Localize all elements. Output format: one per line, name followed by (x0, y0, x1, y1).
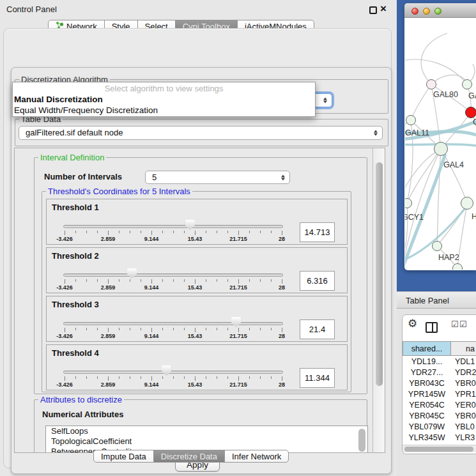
threshold-value-field[interactable]: 21.4 (300, 319, 335, 339)
network-node-h[interactable] (461, 197, 473, 210)
horizontal-scrollbar-thumb[interactable] (404, 447, 473, 452)
slider-tick (97, 328, 98, 330)
slider-tick (108, 376, 109, 381)
slider-track[interactable] (63, 322, 283, 325)
numerical-attributes-list[interactable]: SelfLoopsTopologicalCoefficientBetweenne… (45, 426, 368, 453)
slider-tick-label: 21.715 (224, 333, 252, 339)
slider-tick (260, 376, 261, 379)
slider-tick (119, 328, 119, 330)
network-node-gal11[interactable] (406, 116, 416, 125)
network-node-gal4[interactable] (434, 142, 448, 156)
num-intervals-spinner[interactable]: 5 (145, 171, 290, 184)
network-node-label: HAP2 (438, 253, 459, 262)
attribute-list-item[interactable]: SelfLoops (46, 426, 367, 436)
slider-thumb[interactable] (127, 268, 137, 279)
slider-tick (65, 231, 65, 235)
slider-tick (119, 376, 119, 379)
tab-impute-data[interactable]: Impute Data (93, 450, 154, 463)
table-row[interactable]: YBR043CYBR0 (403, 378, 476, 389)
table-row[interactable]: YDL19...YDL1 (403, 357, 476, 367)
table-panel-header: Table Panel (397, 291, 476, 309)
checked-checkbox-icon[interactable]: ☑ (459, 319, 467, 329)
table-row[interactable]: YER054CYER0 (403, 400, 476, 411)
slider-tick (195, 231, 196, 235)
slider-tick (130, 279, 130, 282)
cell-shared-name: YLR345W (403, 433, 451, 443)
slider-track[interactable] (63, 225, 283, 228)
cell-name: YBL0 (451, 422, 476, 433)
tab-label: Infer Network (232, 450, 281, 463)
network-edge (431, 75, 467, 84)
slider-tick (271, 376, 272, 379)
discretize-data-panel: Discretization Algorithm Select algorith… (11, 67, 392, 474)
slider-tick (217, 328, 217, 330)
slider-tick (282, 328, 282, 332)
attribute-list-item[interactable]: TopologicalCoefficient (46, 436, 367, 447)
threshold-value-field[interactable]: 14.713 (300, 222, 335, 242)
network-node-ga[interactable] (463, 80, 472, 89)
gear-icon[interactable]: ⚙ (408, 317, 417, 330)
table-row[interactable]: YBL079WYBL0 (403, 422, 476, 433)
slider-tick-label: 28 (268, 333, 296, 339)
list-scrollbar[interactable] (358, 429, 365, 452)
slider-tick (75, 231, 76, 233)
network-node-c[interactable] (466, 107, 476, 118)
table-data-combobox[interactable]: galFiltered.sif default node (19, 126, 383, 140)
table-row[interactable]: YDR27...YDR2 (403, 367, 476, 378)
close-traffic-light-icon[interactable] (411, 8, 418, 15)
slider-tick (108, 279, 109, 284)
dropdown-option-equal-width-frequency-discretization[interactable]: Equal Width/Frequency Discretization (13, 105, 315, 116)
dropdown-option-manual-discretization[interactable]: Manual Discretization (13, 94, 315, 105)
minimize-traffic-light-icon[interactable] (423, 8, 430, 15)
cell-shared-name: YBR043C (403, 378, 451, 389)
slider-tick (151, 231, 152, 235)
slider-tick (271, 231, 272, 233)
slider-tick (97, 376, 98, 379)
network-node-gcy1[interactable] (405, 199, 412, 208)
slider-tick-label: 28 (268, 381, 296, 388)
slider-track[interactable] (63, 273, 283, 277)
slider-tick (119, 231, 119, 233)
network-node-hap2[interactable] (433, 242, 442, 251)
table-card: ⚙ ☑ ☑ shared...na YDL19...YDL1YDR27...YD… (402, 314, 476, 454)
network-graph[interactable]: GAL80GACGAL11GAL4GCY1HHAP2 (405, 18, 476, 270)
tab-discretize-data[interactable]: Discretize Data (153, 450, 225, 463)
scrollbar-track[interactable] (372, 148, 385, 452)
split-columns-icon[interactable] (426, 322, 438, 333)
table-row[interactable]: YBR045CYBR0 (403, 411, 476, 422)
tab-infer-network[interactable]: Infer Network (224, 450, 289, 463)
zoom-traffic-light-icon[interactable] (434, 8, 441, 15)
slider-thumb[interactable] (231, 317, 241, 327)
slider-tick (130, 328, 130, 330)
network-node-gal80[interactable] (427, 80, 436, 89)
slider-thumb[interactable] (185, 220, 195, 230)
slider-tick (141, 376, 141, 379)
slider-tick (206, 231, 206, 233)
panel-title: Control Panel (6, 4, 57, 14)
checked-checkbox-icon[interactable]: ☑ (451, 319, 459, 329)
numerical-attributes-label: Numerical Attributes (42, 410, 123, 419)
threshold-label: Threshold 4 (52, 348, 99, 358)
network-node-label: H (472, 212, 476, 221)
column-header-shared[interactable]: shared... (403, 341, 451, 356)
float-window-icon[interactable] (369, 6, 377, 14)
scrollbar-thumb[interactable] (376, 162, 383, 386)
column-header-na[interactable]: na (451, 341, 476, 356)
threshold-value-field[interactable]: 11.344 (300, 368, 335, 388)
slider-tick (217, 279, 217, 282)
slider-tick-label: 2.859 (94, 284, 122, 291)
table-row[interactable]: YPR145WYPR1 (403, 389, 476, 400)
slider-tick (173, 279, 174, 282)
threshold-value-field[interactable]: 6.316 (300, 271, 335, 291)
cell-shared-name: YBL079W (403, 422, 451, 433)
slider-tick (130, 231, 130, 233)
horizontal-scrollbar[interactable] (403, 445, 476, 452)
slider-tick (260, 328, 261, 330)
slider-thumb[interactable] (162, 365, 171, 376)
table-row[interactable]: YLR345WYLR3 (403, 433, 476, 443)
slider-tick (75, 279, 76, 282)
slider-tick (151, 376, 152, 381)
close-icon[interactable]: × (380, 3, 387, 15)
slider-tick (227, 279, 228, 282)
slider-track[interactable] (63, 371, 283, 374)
